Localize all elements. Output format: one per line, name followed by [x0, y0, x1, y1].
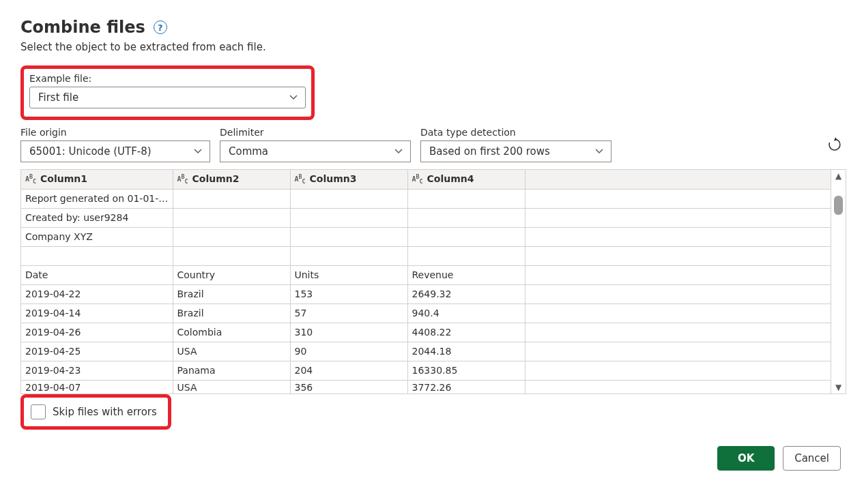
table-cell: Colombia [173, 323, 290, 342]
example-file-value: First file [38, 91, 78, 104]
table-cell: Revenue [407, 265, 525, 284]
detection-label: Data type detection [420, 127, 611, 138]
table-cell [525, 284, 831, 303]
table-cell [525, 189, 831, 208]
table-cell: 940.4 [407, 303, 525, 323]
table-row[interactable]: 2019-04-25USA902044.18 [21, 342, 831, 361]
example-file-highlight: Example file: First file [20, 65, 315, 120]
table-row[interactable]: Report generated on 01-01-2020 [21, 189, 831, 208]
table-cell [21, 246, 173, 265]
table-row[interactable]: 2019-04-14Brazil57940.4 [21, 303, 831, 323]
cancel-button[interactable]: Cancel [783, 446, 841, 471]
table-cell: 90 [290, 342, 407, 361]
example-file-select[interactable]: First file [29, 87, 306, 108]
vertical-scrollbar[interactable]: ▲ ▼ [831, 170, 846, 394]
table-row[interactable]: DateCountryUnitsRevenue [21, 265, 831, 284]
table-row[interactable]: Created by: user9284 [21, 208, 831, 227]
preview-grid: ABCColumn1 ABCColumn2 ABCColumn3 ABCColu… [20, 169, 846, 394]
example-file-label: Example file: [29, 73, 306, 84]
table-cell: 153 [290, 284, 407, 303]
skip-files-label: Skip files with errors [53, 406, 157, 418]
table-row[interactable]: 2019-04-23Panama20416330.85 [21, 361, 831, 380]
column-header[interactable]: ABCColumn4 [407, 170, 525, 189]
table-cell: 204 [290, 361, 407, 380]
table-cell [407, 208, 525, 227]
table-cell [525, 227, 831, 246]
table-cell: Units [290, 265, 407, 284]
table-row[interactable]: Company XYZ [21, 227, 831, 246]
table-cell [525, 303, 831, 323]
skip-files-highlight: Skip files with errors [20, 394, 171, 430]
table-cell [525, 246, 831, 265]
table-cell [290, 189, 407, 208]
chevron-down-icon [594, 147, 604, 156]
detection-select[interactable]: Based on first 200 rows [420, 140, 611, 162]
delimiter-select[interactable]: Comma [220, 140, 411, 162]
table-cell [525, 323, 831, 342]
table-cell: 57 [290, 303, 407, 323]
table-cell: Brazil [173, 303, 290, 323]
ok-button[interactable]: OK [717, 446, 775, 471]
skip-files-checkbox[interactable] [31, 404, 46, 419]
table-cell: 4408.22 [407, 323, 525, 342]
table-row[interactable]: 2019-04-26Colombia3104408.22 [21, 323, 831, 342]
chevron-down-icon [193, 147, 203, 156]
dialog-title: Combine files ? [20, 18, 844, 37]
text-type-icon: ABC [177, 173, 188, 185]
table-row[interactable] [21, 246, 831, 265]
header-row: ABCColumn1 ABCColumn2 ABCColumn3 ABCColu… [21, 170, 831, 189]
text-type-icon: ABC [25, 173, 36, 185]
table-cell: Report generated on 01-01-2020 [21, 189, 173, 208]
column-header[interactable]: ABCColumn2 [173, 170, 290, 189]
delimiter-label: Delimiter [220, 127, 411, 138]
table-cell [525, 361, 831, 380]
column-header-empty [525, 170, 831, 189]
table-cell: USA [173, 342, 290, 361]
table-cell [407, 227, 525, 246]
table-cell: 2019-04-26 [21, 323, 173, 342]
table-cell: Panama [173, 361, 290, 380]
table-cell [173, 208, 290, 227]
dialog-subtitle: Select the object to be extracted from e… [20, 41, 844, 53]
table-cell: 310 [290, 323, 407, 342]
table-cell: 2019-04-14 [21, 303, 173, 323]
table-cell [525, 265, 831, 284]
table-cell: Brazil [173, 284, 290, 303]
table-cell: Company XYZ [21, 227, 173, 246]
table-cell: 2649.32 [407, 284, 525, 303]
detection-value: Based on first 200 rows [429, 145, 550, 158]
text-type-icon: ABC [412, 173, 423, 185]
help-icon[interactable]: ? [154, 20, 167, 34]
table-cell [525, 208, 831, 227]
table-cell: 16330.85 [407, 361, 525, 380]
table-cell [525, 342, 831, 361]
table-cell [290, 208, 407, 227]
file-origin-value: 65001: Unicode (UTF-8) [29, 145, 152, 158]
table-cell [525, 380, 831, 394]
table-cell [407, 189, 525, 208]
table-cell: 2019-04-23 [21, 361, 173, 380]
table-cell [173, 227, 290, 246]
scroll-up-icon[interactable]: ▲ [835, 170, 841, 182]
scroll-track[interactable] [831, 182, 846, 381]
table-cell: 356 [290, 380, 407, 394]
title-text: Combine files [20, 18, 145, 37]
table-cell [173, 246, 290, 265]
table-row[interactable]: 2019-04-07USA3563772.26 [21, 380, 831, 394]
table-cell [407, 246, 525, 265]
delimiter-value: Comma [229, 145, 268, 158]
table-cell: 3772.26 [407, 380, 525, 394]
table-cell: Country [173, 265, 290, 284]
table-row[interactable]: 2019-04-22Brazil1532649.32 [21, 284, 831, 303]
text-type-icon: ABC [295, 173, 306, 185]
chevron-down-icon [289, 93, 298, 102]
column-header[interactable]: ABCColumn1 [21, 170, 173, 189]
column-header[interactable]: ABCColumn3 [290, 170, 407, 189]
table-cell: Created by: user9284 [21, 208, 173, 227]
table-cell [173, 189, 290, 208]
refresh-icon[interactable] [827, 137, 842, 152]
scroll-thumb[interactable] [834, 196, 843, 215]
scroll-down-icon[interactable]: ▼ [835, 381, 841, 394]
file-origin-select[interactable]: 65001: Unicode (UTF-8) [20, 140, 210, 162]
file-origin-label: File origin [20, 127, 210, 138]
